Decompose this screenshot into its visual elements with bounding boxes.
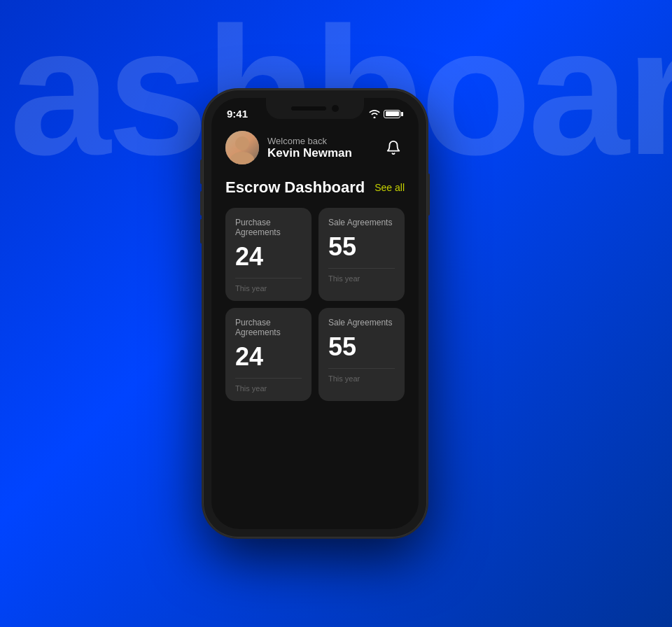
user-info: Welcome back Kevin Newman: [225, 131, 352, 164]
avatar: [225, 131, 259, 164]
purchase-agreements-card-2[interactable]: Purchase Agreements 24 This year: [225, 308, 312, 401]
bell-icon: [386, 140, 401, 155]
phone-screen: 9:41: [211, 98, 419, 529]
card-3-period: This year: [235, 378, 302, 393]
welcome-label: Welcome back: [267, 136, 352, 146]
user-name: Kevin Newman: [267, 146, 352, 160]
card-1-period: This year: [235, 278, 302, 293]
card-1-title: Purchase Agreements: [235, 218, 302, 237]
card-1-number: 24: [235, 244, 302, 269]
card-2-number: 55: [328, 234, 395, 260]
avatar-image: [225, 131, 259, 164]
notch-camera: [332, 105, 339, 112]
see-all-button[interactable]: See all: [374, 182, 405, 193]
wifi-icon: [369, 110, 380, 118]
sale-agreements-card-2[interactable]: Sale Agreements 55 This year: [318, 308, 405, 401]
sale-agreements-card-1[interactable]: Sale Agreements 55 This year: [318, 208, 405, 301]
purchase-agreements-card-1[interactable]: Purchase Agreements 24 This year: [225, 208, 312, 301]
card-4-number: 55: [328, 334, 395, 360]
battery-icon: [384, 110, 403, 118]
card-3-number: 24: [235, 344, 302, 369]
phone-notch: [266, 98, 364, 119]
notch-speaker: [291, 106, 326, 111]
status-icons: [369, 110, 403, 118]
welcome-text: Welcome back Kevin Newman: [267, 136, 352, 160]
screen-content: Welcome back Kevin Newman Escrow Dashboa…: [211, 122, 419, 401]
card-2-period: This year: [328, 268, 395, 283]
card-4-period: This year: [328, 368, 395, 383]
dashboard-header: Escrow Dashboard See all: [225, 178, 405, 197]
notification-bell-button[interactable]: [382, 136, 405, 159]
phone-device: 9:41: [203, 90, 427, 537]
card-2-title: Sale Agreements: [328, 218, 395, 227]
cards-grid: Purchase Agreements 24 This year Sale Ag…: [225, 208, 405, 401]
card-3-title: Purchase Agreements: [235, 318, 302, 337]
phone-shell: 9:41: [203, 90, 427, 537]
header: Welcome back Kevin Newman: [225, 131, 405, 164]
dashboard-title: Escrow Dashboard: [225, 178, 365, 197]
status-time: 9:41: [227, 108, 248, 120]
card-4-title: Sale Agreements: [328, 318, 395, 327]
